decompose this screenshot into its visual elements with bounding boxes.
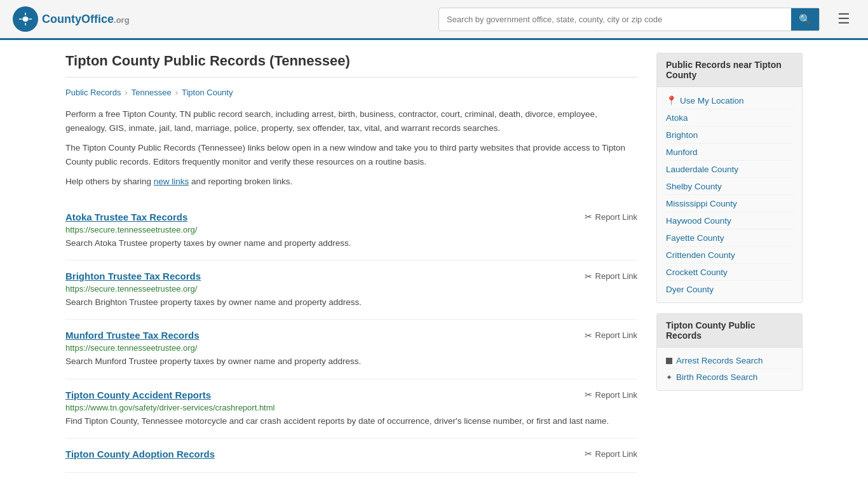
- sidebar-tipton-link-arrest: Arrest Records Search: [666, 353, 793, 369]
- report-link-btn-4[interactable]: ✂ Report Link: [585, 449, 637, 459]
- sidebar-nearby-link-9[interactable]: Crockett County: [666, 268, 728, 277]
- record-desc-2: Search Munford Trustee property taxes by…: [65, 355, 637, 368]
- sidebar-nearby-link-4[interactable]: Shelby County: [666, 182, 722, 191]
- record-url-0: https://secure.tennesseetrustee.org/: [65, 225, 637, 234]
- sidebar-tipton-link-birth: ✦ Birth Records Search: [666, 369, 793, 385]
- sidebar-nearby-link-6[interactable]: Haywood County: [666, 216, 731, 226]
- records-list: Atoka Trustee Tax Records✂ Report Linkht…: [65, 201, 637, 473]
- record-desc-3: Find Tipton County, Tennessee motorcycle…: [65, 415, 637, 428]
- sidebar-nearby-item-4: Shelby County: [666, 178, 793, 195]
- birth-records-link[interactable]: Birth Records Search: [676, 372, 757, 382]
- record-title-1[interactable]: Brighton Trustee Tax Records: [65, 271, 201, 281]
- record-desc-1: Search Brighton Trustee property taxes b…: [65, 296, 637, 309]
- record-title-4[interactable]: Tipton County Adoption Records: [65, 449, 215, 459]
- record-item-0: Atoka Trustee Tax Records✂ Report Linkht…: [65, 201, 637, 261]
- arrest-records-link[interactable]: Arrest Records Search: [676, 356, 763, 365]
- sidebar-nearby-links: 📍 Use My Location AtokaBrightonMunfordLa…: [657, 87, 802, 302]
- sidebar-tipton: Tipton County Public Records Arrest Reco…: [656, 313, 803, 391]
- sidebar-nearby-link-8[interactable]: Crittenden County: [666, 250, 735, 260]
- sidebar-nearby-link-0[interactable]: Atoka: [666, 113, 688, 123]
- description-1: Perform a free Tipton County, TN public …: [65, 107, 637, 135]
- breadcrumb-tipton[interactable]: Tipton County: [182, 88, 233, 97]
- logo-area[interactable]: CountyOffice.org: [13, 6, 130, 32]
- breadcrumb-sep-1: ›: [125, 88, 127, 97]
- record-url-1: https://secure.tennesseetrustee.org/: [65, 284, 637, 294]
- logo-text: CountyOffice.org: [42, 13, 130, 26]
- record-title-0[interactable]: Atoka Trustee Tax Records: [65, 212, 187, 222]
- sidebar-nearby-item-10: Dyer County: [666, 281, 793, 297]
- sidebar-nearby-link-5[interactable]: Mississippi County: [666, 199, 737, 208]
- breadcrumb-sep-2: ›: [175, 88, 178, 97]
- record-item-2: Munford Trustee Tax Records✂ Report Link…: [65, 320, 637, 379]
- bullet-square-icon: [666, 358, 672, 364]
- report-link-btn-0[interactable]: ✂ Report Link: [585, 212, 637, 222]
- logo-icon: [13, 6, 38, 32]
- record-item-1: Brighton Trustee Tax Records✂ Report Lin…: [65, 261, 637, 320]
- report-link-btn-1[interactable]: ✂ Report Link: [585, 271, 637, 281]
- record-item-4: Tipton County Adoption Records✂ Report L…: [65, 438, 637, 473]
- breadcrumb: Public Records › Tennessee › Tipton Coun…: [65, 88, 637, 97]
- sidebar-nearby-link-7[interactable]: Fayette County: [666, 233, 724, 243]
- record-title-2[interactable]: Munford Trustee Tax Records: [65, 330, 200, 341]
- main-container: Tipton County Public Records (Tennessee)…: [53, 40, 815, 485]
- record-desc-0: Search Atoka Trustee property taxes by o…: [65, 237, 637, 250]
- sidebar-tipton-links-area: Arrest Records Search ✦ Birth Records Se…: [657, 348, 802, 390]
- menu-button[interactable]: ☰: [832, 8, 855, 30]
- sidebar-nearby: Public Records near Tipton County 📍 Use …: [656, 53, 803, 303]
- scissors-icon: ✂: [585, 390, 592, 400]
- search-area: 🔍: [438, 8, 820, 31]
- sidebar-nearby-item-7: Fayette County: [666, 229, 793, 247]
- breadcrumb-public-records[interactable]: Public Records: [65, 88, 121, 97]
- location-pin-icon: 📍: [666, 95, 677, 105]
- report-link-btn-3[interactable]: ✂ Report Link: [585, 390, 637, 400]
- record-item-3: Tipton County Accident Reports✂ Report L…: [65, 379, 637, 438]
- sidebar-tipton-title: Tipton County Public Records: [657, 314, 802, 348]
- header: CountyOffice.org 🔍 ☰: [0, 0, 868, 40]
- use-my-location-link[interactable]: Use My Location: [680, 96, 744, 105]
- description-2: The Tipton County Public Records (Tennes…: [65, 141, 637, 168]
- sidebar-nearby-link-1[interactable]: Brighton: [666, 130, 698, 140]
- sidebar-nearby-item-5: Mississippi County: [666, 195, 793, 212]
- scissors-icon: ✂: [585, 449, 592, 459]
- sidebar-nearby-item-2: Munford: [666, 144, 793, 161]
- sidebar-nearby-link-10[interactable]: Dyer County: [666, 285, 714, 294]
- scissors-icon: ✂: [585, 330, 592, 341]
- sidebar-nearby-title: Public Records near Tipton County: [657, 53, 802, 87]
- bullet-star-icon: ✦: [666, 373, 672, 382]
- sidebar-nearby-item-6: Haywood County: [666, 212, 793, 229]
- description-3: Help others by sharing new links and rep…: [65, 175, 637, 189]
- sidebar-nearby-link-3[interactable]: Lauderdale County: [666, 165, 738, 174]
- search-input[interactable]: [439, 10, 791, 29]
- record-url-2: https://secure.tennesseetrustee.org/: [65, 343, 637, 353]
- report-link-btn-2[interactable]: ✂ Report Link: [585, 330, 637, 341]
- breadcrumb-tennessee[interactable]: Tennessee: [132, 88, 172, 97]
- scissors-icon: ✂: [585, 212, 592, 222]
- nearby-links-container: AtokaBrightonMunfordLauderdale CountyShe…: [666, 109, 793, 297]
- sidebar-nearby-item-0: Atoka: [666, 109, 793, 126]
- use-my-location: 📍 Use My Location: [666, 92, 793, 109]
- content-area: Tipton County Public Records (Tennessee)…: [65, 53, 637, 473]
- sidebar-nearby-item-1: Brighton: [666, 126, 793, 144]
- search-icon: 🔍: [799, 14, 811, 25]
- sidebar-nearby-item-3: Lauderdale County: [666, 161, 793, 178]
- sidebar-nearby-link-2[interactable]: Munford: [666, 147, 698, 157]
- scissors-icon: ✂: [585, 271, 592, 281]
- sidebar-nearby-item-8: Crittenden County: [666, 247, 793, 264]
- page-title: Tipton County Public Records (Tennessee): [65, 53, 637, 78]
- sidebar-nearby-item-9: Crockett County: [666, 264, 793, 281]
- new-links-link[interactable]: new links: [154, 177, 189, 186]
- svg-point-1: [23, 17, 28, 22]
- record-url-3: https://www.tn.gov/safety/driver-service…: [65, 403, 637, 412]
- search-button[interactable]: 🔍: [791, 8, 819, 30]
- sidebar: Public Records near Tipton County 📍 Use …: [656, 53, 803, 473]
- record-title-3[interactable]: Tipton County Accident Reports: [65, 390, 211, 400]
- description-area: Perform a free Tipton County, TN public …: [65, 107, 637, 189]
